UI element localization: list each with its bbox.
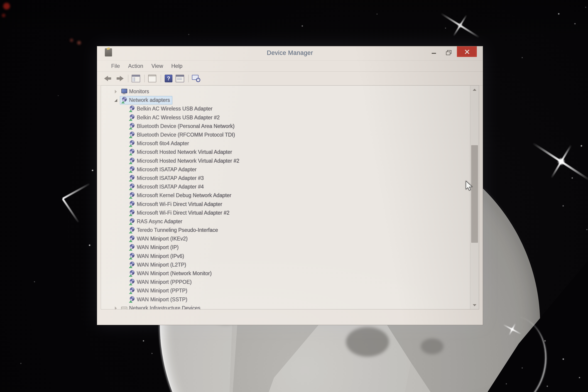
menu-item-help[interactable]: Help — [167, 63, 186, 69]
infrastructure-icon — [121, 305, 127, 310]
network-adapter-icon — [128, 184, 135, 190]
network-adapter-icon — [128, 132, 135, 138]
tree-item-label: Microsoft 6to4 Adapter — [137, 140, 189, 146]
tree-item-label: Microsoft Wi-Fi Direct Virtual Adapter — [137, 201, 222, 207]
minimize-icon — [432, 53, 436, 54]
star — [143, 340, 144, 342]
tree-item[interactable]: Microsoft Kernel Debug Network Adapter — [101, 191, 479, 200]
star — [376, 14, 378, 14]
tree-item[interactable]: Microsoft ISATAP Adapter #3 — [101, 174, 479, 182]
tree-item[interactable]: WAN Miniport (L2TP) — [101, 261, 479, 269]
menu-item-view[interactable]: View — [147, 63, 167, 69]
tree-item-label: WAN Miniport (PPPOE) — [137, 279, 192, 285]
expand-arrow-icon[interactable] — [114, 89, 119, 94]
console-tree-icon — [132, 75, 140, 82]
network-adapter-icon — [128, 288, 135, 294]
properties-icon — [148, 75, 156, 82]
tree-item[interactable]: Microsoft Wi-Fi Direct Virtual Adapter — [101, 200, 479, 208]
star — [547, 386, 548, 387]
title-bar[interactable]: Device Manager — [97, 46, 483, 60]
menu-item-file[interactable]: File — [107, 63, 124, 69]
scroll-up-button[interactable] — [470, 86, 479, 94]
network-adapter-icon — [121, 97, 127, 104]
star — [572, 178, 573, 178]
scan-hardware-button[interactable] — [191, 74, 202, 84]
properties-button[interactable] — [147, 74, 158, 84]
tree-item[interactable]: Microsoft ISATAP Adapter #4 — [101, 182, 479, 191]
window-title: Device Manager — [97, 50, 483, 56]
device-tree: Monitors Network adapters Belkin AC Wire… — [101, 85, 479, 310]
tree-item[interactable]: WAN Miniport (IKEv2) — [101, 234, 479, 243]
tree-item[interactable]: Microsoft ISATAP Adapter — [101, 166, 479, 174]
console-tree-button[interactable] — [131, 74, 141, 84]
tree-item-label: Microsoft Wi-Fi Direct Virtual Adapter #… — [137, 210, 230, 216]
scrollbar-thumb[interactable] — [471, 145, 478, 243]
star — [522, 368, 523, 368]
tree-item[interactable]: RAS Async Adapter — [101, 217, 479, 226]
star — [152, 353, 152, 354]
scan-hardware-icon — [192, 75, 200, 82]
star — [20, 363, 21, 364]
tree-item-label: Microsoft ISATAP Adapter #4 — [137, 184, 204, 190]
minimize-button[interactable] — [429, 46, 438, 58]
expand-arrow-icon[interactable] — [114, 306, 119, 310]
tree-item-label: WAN Miniport (IPv6) — [137, 253, 184, 259]
tree-item[interactable]: WAN Miniport (PPPOE) — [101, 278, 479, 286]
network-adapter-icon — [128, 270, 135, 277]
tree-item[interactable]: Network adapters — [101, 96, 479, 104]
menu-item-action[interactable]: Action — [124, 63, 148, 69]
tree-item-label: WAN Miniport (IKEv2) — [137, 236, 188, 242]
tree-item[interactable]: WAN Miniport (IP) — [101, 243, 479, 252]
tree-item[interactable]: Microsoft Hosted Network Virtual Adapter — [101, 148, 479, 156]
tree-item-label: WAN Miniport (Network Monitor) — [137, 270, 212, 276]
restore-icon — [446, 50, 452, 55]
tree-item-label: WAN Miniport (IP) — [137, 244, 178, 250]
star — [302, 26, 303, 26]
tree-item[interactable]: Belkin AC Wireless USB Adapter #2 — [101, 114, 479, 122]
tree-item[interactable]: Microsoft Wi-Fi Direct Virtual Adapter #… — [101, 209, 479, 217]
network-adapter-icon — [128, 175, 135, 182]
close-icon — [464, 49, 470, 54]
vertical-scrollbar[interactable] — [470, 86, 479, 309]
tree-item-label: RAS Async Adapter — [137, 218, 182, 224]
maximize-restore-button[interactable] — [444, 46, 454, 58]
network-adapter-icon — [128, 218, 135, 225]
tree-item[interactable]: WAN Miniport (IPv6) — [101, 252, 479, 261]
console-window-button[interactable] — [175, 74, 185, 84]
star — [574, 23, 576, 24]
forward-button[interactable] — [114, 74, 125, 84]
network-adapter-icon — [128, 123, 135, 130]
toolbar-separator — [188, 75, 189, 82]
tree-item[interactable]: WAN Miniport (Network Monitor) — [101, 269, 479, 278]
back-button[interactable] — [103, 74, 114, 84]
tree-item[interactable]: Microsoft Hosted Network Virtual Adapter… — [101, 157, 479, 166]
tree-item-label: Microsoft ISATAP Adapter — [137, 166, 196, 173]
tree-item[interactable]: Microsoft 6to4 Adapter — [101, 139, 479, 148]
help-icon: ? — [165, 75, 172, 82]
tree-item[interactable]: Bluetooth Device (Personal Area Network) — [101, 122, 479, 131]
tree-item[interactable]: WAN Miniport (SSTP) — [101, 295, 479, 304]
star — [581, 145, 582, 146]
tree-item-label: Bluetooth Device (RFCOMM Protocol TDI) — [137, 132, 235, 138]
tree-item-label: Belkin AC Wireless USB Adapter — [137, 106, 212, 112]
tree-item[interactable]: WAN Miniport (PPTP) — [101, 286, 479, 295]
device-manager-window: Device Manager File Action View Help ? M… — [97, 46, 483, 325]
star — [445, 28, 446, 28]
network-adapter-icon — [128, 262, 135, 268]
tree-item[interactable]: Teredo Tunneling Pseudo-Interface — [101, 226, 479, 234]
toolbar-separator — [128, 75, 128, 82]
tree-item[interactable]: Bluetooth Device (RFCOMM Protocol TDI) — [101, 131, 479, 139]
close-button[interactable] — [457, 46, 477, 57]
collapse-arrow-icon[interactable] — [114, 98, 119, 103]
tree-item-label: Network adapters — [129, 97, 170, 103]
tree-item[interactable]: Belkin AC Wireless USB Adapter — [101, 104, 479, 113]
tree-item[interactable]: Network Infrastructure Devices — [101, 304, 479, 310]
star — [579, 377, 580, 378]
star — [188, 34, 189, 35]
star — [562, 205, 564, 206]
scroll-down-button[interactable] — [470, 301, 479, 309]
tree-item[interactable]: Monitors — [101, 87, 479, 96]
toolbar-separator — [144, 75, 145, 82]
tree-item-label: Bluetooth Device (Personal Area Network) — [137, 123, 234, 129]
help-button[interactable]: ? — [163, 74, 174, 84]
